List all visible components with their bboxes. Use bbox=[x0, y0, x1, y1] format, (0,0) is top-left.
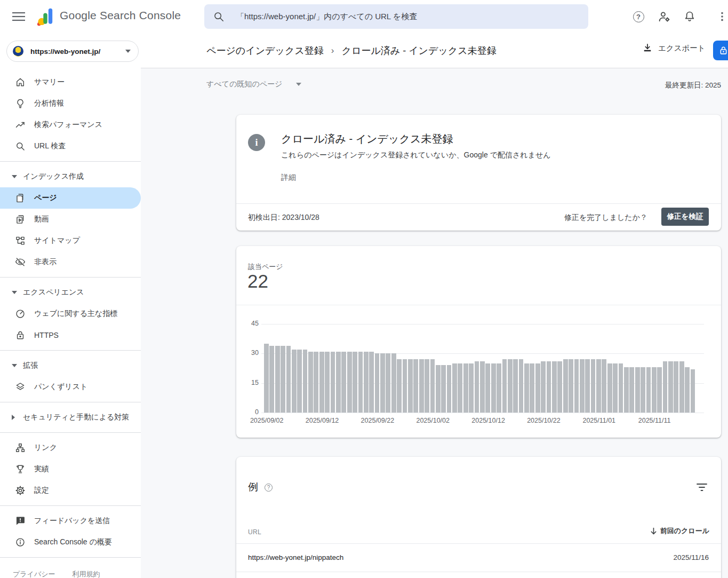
sitemap-icon bbox=[15, 235, 26, 246]
bar bbox=[375, 353, 380, 413]
url-inspection-searchbar[interactable]: 「https://web-yonet.jp/」内のすべての URL を検査 bbox=[204, 4, 588, 29]
last-crawl-column-header[interactable]: 前回のクロール bbox=[650, 526, 709, 536]
section-experience[interactable]: エクスペリエンス bbox=[0, 282, 141, 303]
export-button[interactable]: エクスポート bbox=[642, 43, 706, 53]
search-icon bbox=[15, 141, 26, 152]
bar bbox=[535, 363, 540, 413]
sidebar-item-settings[interactable]: 設定 bbox=[0, 480, 141, 501]
bar bbox=[497, 363, 501, 413]
section-enhancements[interactable]: 拡張 bbox=[0, 355, 141, 376]
divider bbox=[236, 543, 721, 544]
account-settings-icon[interactable] bbox=[657, 9, 671, 24]
bar bbox=[364, 352, 369, 413]
validate-fix-button[interactable]: 修正を検証 bbox=[661, 208, 709, 226]
table-row-url[interactable]: https://web-yonet.jp/nippatech bbox=[248, 553, 343, 561]
privacy-link[interactable]: プライバシー bbox=[13, 569, 55, 578]
trophy-icon bbox=[15, 464, 26, 474]
bar bbox=[447, 365, 452, 413]
kebab-menu-icon[interactable] bbox=[715, 9, 728, 24]
bar bbox=[380, 353, 385, 413]
sidebar-item-links[interactable]: リンク bbox=[0, 437, 141, 458]
divider bbox=[0, 277, 141, 278]
bar bbox=[425, 359, 429, 413]
help-icon[interactable]: ? bbox=[631, 9, 646, 24]
bar bbox=[353, 352, 357, 413]
bar bbox=[691, 369, 695, 413]
sidebar-item-overview[interactable]: サマリー bbox=[0, 72, 141, 93]
sidebar-item-performance[interactable]: 検索パフォーマンス bbox=[0, 114, 141, 136]
sidebar-item-removals[interactable]: 非表示 bbox=[0, 251, 141, 273]
bar bbox=[441, 365, 446, 413]
search-input[interactable]: 「https://web-yonet.jp/」内のすべての URL を検査 bbox=[236, 12, 417, 22]
bar bbox=[480, 361, 485, 413]
sidebar-item-breadcrumbs[interactable]: パンくずリスト bbox=[0, 376, 141, 398]
url-column-header[interactable]: URL bbox=[248, 528, 261, 536]
eye-off-icon bbox=[15, 257, 26, 267]
bar bbox=[314, 352, 318, 413]
bar bbox=[275, 346, 280, 413]
bar bbox=[292, 350, 297, 413]
bar bbox=[524, 363, 529, 413]
table-header-row: URL 前回のクロール bbox=[236, 522, 721, 543]
issue-description: これらのページはインデックス登録されていないか、Google で配信されません bbox=[281, 151, 551, 160]
caret-down-icon bbox=[12, 291, 17, 294]
bar bbox=[663, 361, 668, 413]
x-axis-tick-label: 2025/10/22 bbox=[519, 417, 567, 424]
info-outline-icon bbox=[15, 537, 26, 548]
learn-more-link[interactable]: 詳細 bbox=[281, 173, 296, 183]
x-axis-tick-label: 2025/11/11 bbox=[630, 417, 678, 424]
breadcrumb-page-indexing[interactable]: ページのインデックス登録 bbox=[206, 44, 324, 57]
bar bbox=[475, 361, 479, 413]
sidebar-item-achievements[interactable]: 実績 bbox=[0, 458, 141, 480]
bar-chart-plot[interactable]: 4530150 bbox=[261, 324, 704, 413]
info-icon: i bbox=[248, 134, 265, 151]
page-title: クロール済み - インデックス未登録 bbox=[341, 44, 496, 57]
menu-icon[interactable] bbox=[12, 10, 26, 23]
sidebar-item-https[interactable]: HTTPS bbox=[0, 324, 141, 346]
bar bbox=[485, 363, 490, 413]
bar bbox=[264, 344, 269, 413]
caret-down-icon bbox=[12, 175, 17, 178]
search-console-logo-icon[interactable] bbox=[35, 7, 55, 27]
sidebar-item-insights[interactable]: 分析情報 bbox=[0, 93, 141, 114]
sidebar-item-sitemaps[interactable]: サイトマップ bbox=[0, 230, 141, 251]
pages-icon bbox=[15, 193, 26, 203]
legal-links: プライバシー 利用規約 bbox=[0, 562, 141, 578]
sidebar-item-about-search-console[interactable]: Search Console の概要 bbox=[0, 532, 141, 553]
sidebar-item-videos[interactable]: 動画 bbox=[0, 209, 141, 230]
terms-link[interactable]: 利用規約 bbox=[73, 569, 100, 578]
notifications-bell-icon[interactable] bbox=[682, 9, 697, 24]
bar bbox=[347, 352, 352, 413]
top-app-bar: Google Search Console 「https://web-yonet… bbox=[0, 0, 728, 33]
gridline bbox=[261, 413, 704, 413]
sidebar-item-send-feedback[interactable]: フィードバックを送信 bbox=[0, 510, 141, 532]
filter-icon[interactable] bbox=[697, 482, 707, 492]
page-scope-filter[interactable]: すべての既知のページ bbox=[206, 80, 301, 89]
bar bbox=[580, 359, 585, 413]
y-axis-tick-label: 45 bbox=[237, 320, 259, 327]
share-button[interactable] bbox=[713, 41, 728, 60]
bar bbox=[619, 363, 623, 413]
bar bbox=[585, 359, 590, 413]
section-indexing[interactable]: インデックス作成 bbox=[0, 166, 141, 187]
caret-right-icon bbox=[12, 415, 17, 420]
bar bbox=[452, 363, 457, 413]
bar bbox=[303, 350, 308, 413]
bar bbox=[391, 353, 396, 413]
bar bbox=[397, 359, 402, 413]
examples-title: 例 bbox=[248, 480, 258, 494]
sidebar-item-core-web-vitals[interactable]: ウェブに関する主な指標 bbox=[0, 303, 141, 324]
speedometer-icon bbox=[15, 308, 26, 319]
divider bbox=[236, 203, 721, 204]
divider bbox=[0, 505, 141, 506]
bar bbox=[458, 363, 462, 413]
help-icon[interactable]: ? bbox=[265, 484, 273, 492]
last-updated-label: 最終更新日: 2025 bbox=[665, 81, 721, 90]
sidebar-item-pages[interactable]: ページ bbox=[0, 187, 141, 209]
property-selector[interactable]: https://web-yonet.jp/ bbox=[6, 41, 139, 62]
bar bbox=[563, 359, 568, 413]
section-security-manual-actions[interactable]: セキュリティと手動による対策 bbox=[0, 407, 141, 428]
bar bbox=[331, 352, 335, 413]
sidebar-item-url-inspection[interactable]: URL 検査 bbox=[0, 136, 141, 157]
lock-icon bbox=[718, 45, 728, 56]
